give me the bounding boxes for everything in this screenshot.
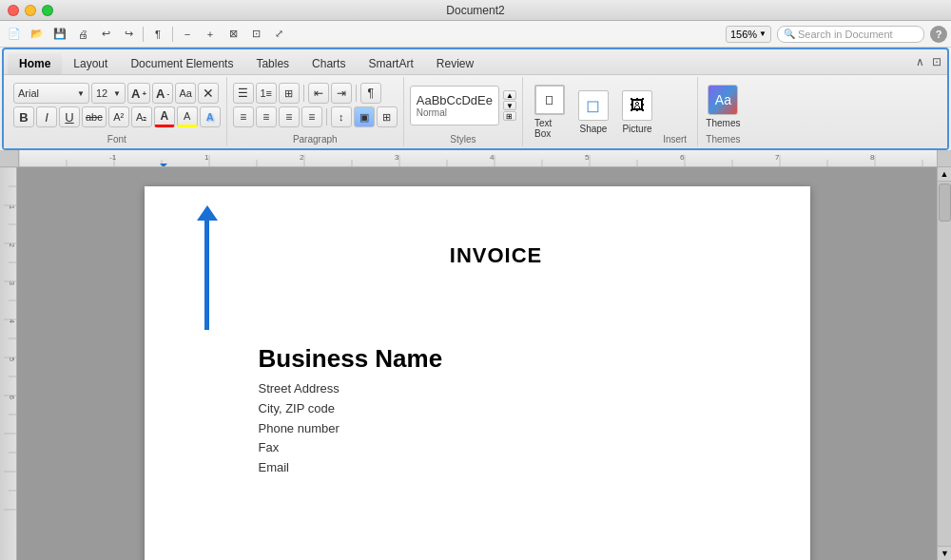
styles-group-label: Styles [450, 132, 476, 145]
tab-review[interactable]: Review [425, 53, 485, 74]
city-zip: City, ZIP code [259, 399, 734, 419]
quick-access-toolbar: 📄 📂 💾 🖨 ↩ ↪ ¶ − + ⊠ ⊡ ⤢ 156% ▼ 🔍 Search … [0, 21, 951, 48]
left-ruler: 1 2 3 4 5 6 [0, 167, 17, 560]
document-page[interactable]: INVOICE Business Name Street Address Cit… [145, 186, 810, 560]
svg-text:4: 4 [490, 153, 495, 162]
scroll-down-button[interactable]: ▼ [938, 546, 951, 560]
font-row-2: B I U abc A² A₂ A A A [13, 106, 221, 127]
fullscreen-button[interactable]: ⤢ [268, 25, 289, 44]
font-size-selector[interactable]: 12 ▼ [91, 83, 126, 104]
textbox-button[interactable]: ⎕ Text Box [531, 83, 569, 141]
tab-charts[interactable]: Charts [301, 53, 357, 74]
arrow-shaft [204, 221, 209, 330]
search-box[interactable]: 🔍 Search in Document [777, 26, 924, 43]
scroll-up-button[interactable]: ▲ [938, 167, 951, 182]
font-group-label: Font [107, 132, 126, 145]
font-row-1: Arial ▼ 12 ▼ A+ A- Aa ✕ [13, 83, 221, 104]
styles-normal-button[interactable]: AaBbCcDdEe Normal [410, 86, 499, 126]
invoice-title: INVOICE [259, 243, 734, 268]
styles-scroll-up[interactable]: ▲ [503, 90, 516, 100]
styles-expand[interactable]: ⊞ [503, 111, 516, 121]
print-button[interactable]: 🖨 [72, 25, 93, 44]
themes-label: Themes [706, 118, 740, 128]
svg-text:1: 1 [9, 205, 15, 209]
toolbar-separator-2 [172, 27, 173, 42]
paragraph-group: ☰ 1≡ ⊞ ⇤ ⇥ ¶ ≡ ≡ ≡ ≡ [227, 77, 404, 146]
decrease-indent-button[interactable]: ⇤ [308, 83, 329, 104]
show-hide-button[interactable]: ¶ [360, 83, 381, 104]
borders-button[interactable]: ⊞ [377, 106, 398, 127]
multilevel-list-button[interactable]: ⊞ [279, 83, 300, 104]
document-canvas: INVOICE Business Name Street Address Cit… [17, 167, 937, 560]
font-family-selector[interactable]: Arial ▼ [13, 83, 89, 104]
zoom-out-button[interactable]: − [177, 25, 198, 44]
tab-document-elements[interactable]: Document Elements [119, 53, 244, 74]
strikethrough-button[interactable]: abc [82, 106, 107, 127]
collapse-ribbon-button[interactable]: ∧ [914, 55, 926, 68]
shape-button[interactable]: ◻ Shape [574, 88, 612, 136]
svg-text:4: 4 [9, 319, 15, 323]
bold-button[interactable]: B [13, 106, 34, 127]
line-spacing-button[interactable]: ↕ [331, 106, 352, 127]
new-doc-button[interactable]: 📄 [4, 25, 25, 44]
paragraph-marks-button[interactable]: ¶ [147, 25, 168, 44]
tab-layout[interactable]: Layout [62, 53, 119, 74]
svg-text:6: 6 [680, 153, 685, 162]
svg-text:3: 3 [9, 281, 15, 285]
maximize-button[interactable] [42, 5, 53, 16]
title-bar: Document2 [0, 0, 951, 21]
case-button[interactable]: Aa [175, 83, 196, 104]
zoom-level[interactable]: 156% ▼ [726, 26, 771, 43]
font-color-button[interactable]: A [154, 106, 175, 127]
arrow-annotation [197, 205, 218, 330]
save-button[interactable]: 💾 [49, 25, 70, 44]
svg-text:6: 6 [9, 396, 15, 399]
street-address: Street Address [259, 379, 734, 399]
themes-icon: Aa [715, 92, 731, 107]
text-effect-button[interactable]: A [200, 106, 221, 127]
picture-button[interactable]: 🖼 Picture [618, 88, 656, 136]
ruler: -1 1 2 3 4 5 6 7 8 [0, 150, 951, 167]
themes-button[interactable]: Aa Themes [706, 79, 740, 134]
justify-button[interactable]: ≡ [301, 106, 322, 127]
bullets-button[interactable]: ☰ [233, 83, 254, 104]
right-scrollbar[interactable]: ▲ ▼ [937, 167, 951, 560]
increase-indent-button[interactable]: ⇥ [331, 83, 352, 104]
ribbon-controls-right: ∧ ⊡ [914, 49, 943, 74]
view-button[interactable]: ⊡ [245, 25, 266, 44]
shading-button[interactable]: ▣ [354, 106, 375, 127]
align-center-button[interactable]: ≡ [256, 106, 277, 127]
styles-scroll-down[interactable]: ▼ [503, 101, 516, 110]
increase-font-size-button[interactable]: A+ [127, 83, 150, 104]
email: Email [259, 458, 734, 478]
zoom-fit-button[interactable]: ⊠ [223, 25, 243, 44]
open-button[interactable]: 📂 [27, 25, 48, 44]
superscript-button[interactable]: A² [108, 106, 129, 127]
close-button[interactable] [8, 5, 19, 16]
align-right-button[interactable]: ≡ [279, 106, 300, 127]
subscript-button[interactable]: A₂ [131, 106, 152, 127]
clear-format-button[interactable]: ✕ [198, 83, 219, 104]
tab-tables[interactable]: Tables [244, 53, 301, 74]
redo-button[interactable]: ↪ [118, 25, 139, 44]
minimize-button[interactable] [25, 5, 36, 16]
tab-smartart[interactable]: SmartArt [357, 53, 424, 74]
undo-button[interactable]: ↩ [95, 25, 116, 44]
business-block: Business Name Street Address City, ZIP c… [259, 344, 734, 478]
italic-button[interactable]: I [36, 106, 57, 127]
paragraph-row-1: ☰ 1≡ ⊞ ⇤ ⇥ ¶ [233, 83, 398, 104]
scroll-thumb[interactable] [939, 183, 951, 222]
para-sep-2 [356, 85, 357, 102]
decrease-font-size-button[interactable]: A- [152, 83, 173, 104]
help-button[interactable]: ? [930, 26, 947, 43]
zoom-in-button[interactable]: + [200, 25, 221, 44]
tab-home[interactable]: Home [8, 53, 62, 74]
zoom-dropdown-icon[interactable]: ▼ [759, 29, 767, 38]
underline-button[interactable]: U [59, 106, 80, 127]
align-left-button[interactable]: ≡ [233, 106, 254, 127]
text-highlight-button[interactable]: A [177, 106, 198, 127]
expand-ribbon-button[interactable]: ⊡ [930, 55, 943, 68]
svg-text:8: 8 [870, 153, 875, 162]
numbering-button[interactable]: 1≡ [256, 83, 277, 104]
font-family-dropdown-icon: ▼ [77, 89, 85, 98]
